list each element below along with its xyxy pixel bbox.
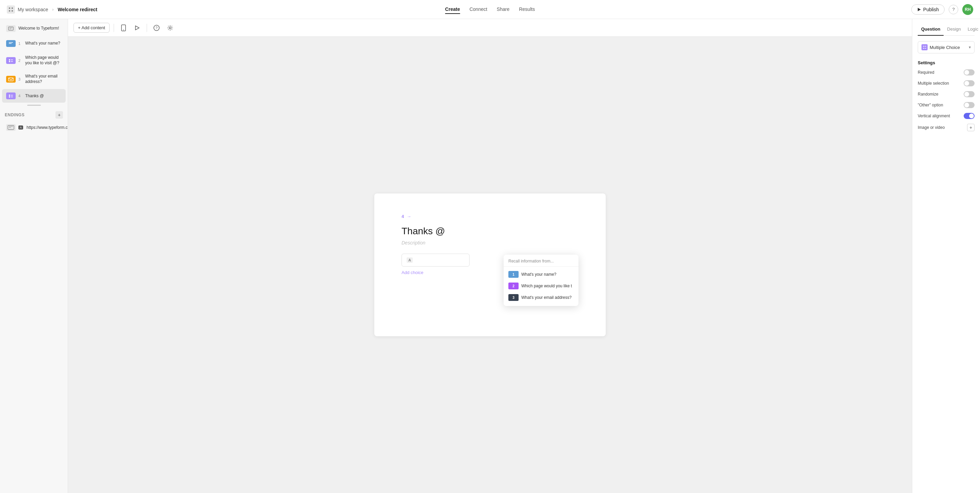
svg-text:?: ?	[156, 26, 158, 30]
nav-tab-connect[interactable]: Connect	[469, 5, 487, 14]
sidebar-ending-item[interactable]: A https://www.typeform.c	[2, 121, 66, 134]
q1-number: 1	[18, 41, 22, 46]
sidebar-item-q1[interactable]: 1 What's your name?	[2, 37, 66, 50]
setting-vertical-alignment: Vertical alignment	[918, 113, 975, 119]
scroll-indicator	[0, 103, 68, 107]
svg-rect-0	[9, 8, 10, 9]
workspace-label: My workspace	[18, 7, 48, 12]
help-icon[interactable]: ?	[949, 5, 958, 14]
svg-point-23	[123, 30, 124, 30]
svg-point-27	[169, 27, 171, 29]
recall-dropdown: Recall information from... 1 What's your…	[504, 255, 579, 306]
randomize-toggle[interactable]	[964, 91, 975, 97]
ending-badge: A	[18, 125, 23, 130]
content-toolbar: + Add content ?	[68, 19, 912, 37]
mc-icon-2	[6, 57, 16, 64]
question-type-label: Multiple Choice	[930, 45, 960, 50]
add-content-button[interactable]: + Add content	[73, 23, 110, 33]
toolbar-divider	[114, 24, 114, 32]
help-circle-button[interactable]: ?	[151, 22, 162, 33]
q4-label: Thanks @	[25, 94, 44, 99]
workspace-icon	[7, 5, 15, 14]
vertical-alignment-toggle[interactable]	[964, 113, 975, 119]
required-toggle[interactable]	[964, 69, 975, 76]
recall-label-2: Which page would you like t	[521, 284, 572, 289]
nav-chevron: ›	[52, 7, 53, 12]
recall-icon-2: 2	[508, 282, 519, 289]
step-number: 4	[401, 214, 404, 219]
svg-point-28	[923, 46, 924, 47]
form-title: Welcome redirect	[57, 7, 97, 12]
sidebar-item-q2[interactable]: 2 Which page would you like to visit @?	[2, 52, 66, 69]
sidebar-item-q3[interactable]: 3 What's your email address?	[2, 70, 66, 88]
question-type-select[interactable]: Multiple Choice ▾	[918, 41, 975, 53]
settings-title: Settings	[918, 60, 975, 65]
form-question-title[interactable]: Thanks @	[401, 226, 579, 237]
q1-label: What's your name?	[25, 41, 60, 46]
recall-icon-1: 1	[508, 271, 519, 278]
add-media-button[interactable]: +	[967, 124, 975, 131]
ending-label: https://www.typeform.c	[27, 125, 68, 130]
settings-button[interactable]	[165, 22, 176, 33]
form-description[interactable]: Description	[401, 240, 579, 246]
recall-item-3[interactable]: 3 What's your email address?	[504, 292, 579, 303]
choice-key: A	[407, 257, 413, 263]
question-type-chevron: ▾	[969, 45, 971, 50]
nav-tab-results[interactable]: Results	[519, 5, 535, 14]
question-type-icon	[921, 44, 928, 50]
sidebar-item-q4[interactable]: 4 Thanks @	[2, 89, 66, 103]
svg-rect-5	[8, 27, 13, 30]
recall-item-2[interactable]: 2 Which page would you like t	[504, 280, 579, 292]
svg-point-29	[923, 48, 924, 49]
q3-label: What's your email address?	[25, 74, 62, 84]
step-arrow: →	[407, 214, 411, 219]
recall-icon-3: 3	[508, 294, 519, 301]
welcome-icon	[6, 25, 16, 32]
panel-tabs: Question Design Logic	[918, 24, 975, 36]
endings-title: Endings	[5, 113, 24, 117]
panel-tab-design[interactable]: Design	[943, 24, 964, 36]
panel-tab-question[interactable]: Question	[918, 24, 943, 36]
form-choice-a[interactable]: A	[401, 254, 469, 266]
play-preview-button[interactable]	[132, 22, 143, 33]
content-area: + Add content ? 4 →	[68, 19, 912, 493]
setting-multiple-selection: Multiple selection	[918, 80, 975, 86]
endings-section-header: Endings +	[0, 107, 68, 120]
nav-center: Create Connect Share Results	[445, 5, 535, 14]
qt-left: Multiple Choice	[921, 44, 960, 50]
svg-marker-24	[135, 26, 139, 30]
nav-tab-share[interactable]: Share	[497, 5, 509, 14]
q3-number: 3	[18, 77, 22, 81]
email-icon-3	[6, 76, 16, 82]
step-indicator: 4 →	[401, 214, 579, 219]
top-nav: My workspace › Welcome redirect Create C…	[0, 0, 980, 19]
svg-point-11	[9, 61, 10, 62]
nav-tab-create[interactable]: Create	[445, 5, 460, 14]
text-icon-1	[6, 40, 16, 47]
q2-label: Which page would you like to visit @?	[25, 55, 62, 66]
sidebar-item-welcome[interactable]: Welcome to Typeform!	[2, 22, 66, 35]
svg-point-15	[9, 95, 10, 96]
sidebar: Welcome to Typeform! 1 What's your name?…	[0, 19, 68, 493]
publish-button[interactable]: Publish	[911, 5, 945, 14]
setting-required: Required	[918, 69, 975, 76]
svg-marker-4	[918, 8, 921, 11]
mobile-preview-button[interactable]	[118, 22, 129, 33]
svg-rect-3	[11, 10, 13, 11]
avatar[interactable]: RH	[962, 4, 973, 15]
thanks-icon-4	[6, 92, 16, 99]
endings-add-button[interactable]: +	[56, 111, 63, 119]
panel-tab-logic[interactable]: Logic	[964, 24, 980, 36]
multiple-selection-toggle[interactable]	[964, 80, 975, 86]
setting-other-option-label: "Other" option	[918, 103, 943, 108]
svg-rect-14	[8, 78, 13, 81]
recall-item-1[interactable]: 1 What's your name?	[504, 269, 579, 280]
other-option-toggle[interactable]	[964, 102, 975, 108]
welcome-label: Welcome to Typeform!	[18, 26, 59, 31]
q4-number: 4	[18, 94, 22, 98]
q2-number: 2	[18, 59, 22, 63]
right-panel: Question Design Logic Multiple Choice ▾ …	[912, 19, 980, 493]
recall-label-3: What's your email address?	[521, 295, 572, 300]
setting-randomize-label: Randomize	[918, 92, 939, 97]
setting-randomize: Randomize	[918, 91, 975, 97]
